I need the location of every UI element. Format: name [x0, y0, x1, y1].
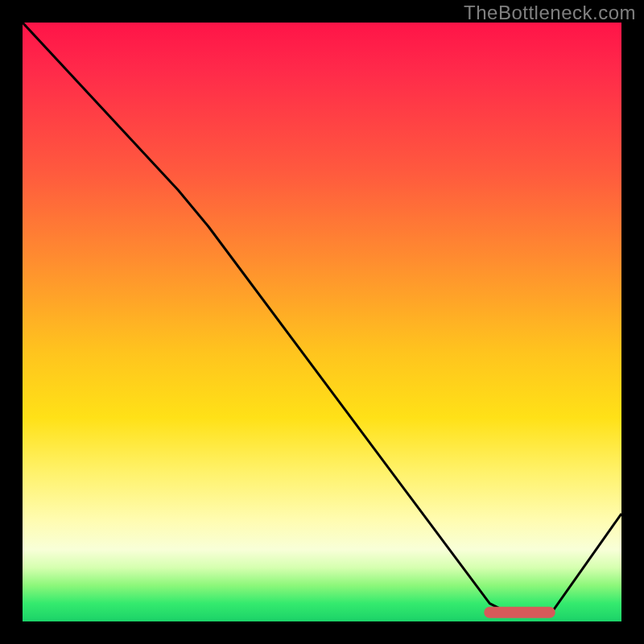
plot-area — [23, 23, 621, 621]
watermark-text: TheBottleneck.com — [464, 2, 636, 24]
bottleneck-curve — [23, 23, 621, 616]
chart-frame: TheBottleneck.com — [0, 0, 644, 644]
chart-svg — [23, 23, 621, 621]
